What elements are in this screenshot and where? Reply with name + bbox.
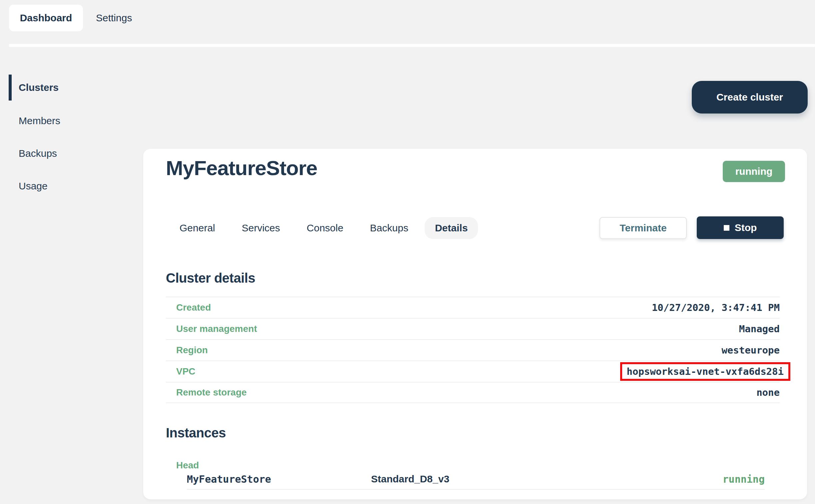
detail-label: VPC bbox=[166, 366, 195, 377]
vpc-value-highlight-box: hopsworksai-vnet-vxfa6ds28i bbox=[620, 362, 790, 381]
detail-value: Managed bbox=[739, 323, 780, 335]
sidebar-item-usage[interactable]: Usage bbox=[19, 180, 48, 192]
sidebar-item-backups[interactable]: Backups bbox=[19, 148, 57, 159]
create-cluster-button[interactable]: Create cluster bbox=[692, 81, 808, 114]
detail-row-created: Created 10/27/2020, 3:47:41 PM bbox=[166, 297, 780, 318]
detail-label: Created bbox=[166, 302, 211, 313]
detail-label: Region bbox=[166, 345, 208, 356]
header-divider bbox=[9, 44, 815, 47]
stop-button[interactable]: Stop bbox=[697, 216, 784, 239]
detail-value: westeurope bbox=[721, 345, 780, 356]
tab-details[interactable]: Details bbox=[425, 217, 478, 239]
tab-general[interactable]: General bbox=[169, 217, 225, 239]
nav-tab-settings[interactable]: Settings bbox=[96, 5, 132, 31]
stop-square-icon bbox=[724, 225, 729, 231]
sidebar-active-indicator bbox=[9, 75, 12, 101]
instance-type: Standard_D8_v3 bbox=[371, 473, 449, 485]
cluster-status-badge: running bbox=[723, 161, 785, 182]
detail-row-remote-storage: Remote storage none bbox=[166, 382, 780, 403]
cluster-details-heading: Cluster details bbox=[166, 271, 255, 286]
cluster-detail-card: MyFeatureStore running General Services … bbox=[143, 149, 807, 499]
cluster-details-table: Created 10/27/2020, 3:47:41 PM User mana… bbox=[166, 297, 780, 403]
terminate-button[interactable]: Terminate bbox=[600, 217, 687, 239]
instance-name: MyFeatureStore bbox=[187, 473, 271, 485]
nav-tab-dashboard[interactable]: Dashboard bbox=[9, 5, 83, 31]
detail-row-region: Region westeurope bbox=[166, 339, 780, 361]
tab-console[interactable]: Console bbox=[296, 217, 354, 239]
detail-value: 10/27/2020, 3:47:41 PM bbox=[652, 302, 780, 313]
instance-group-label: Head bbox=[176, 460, 199, 471]
detail-value: none bbox=[756, 387, 780, 398]
sidebar-item-members[interactable]: Members bbox=[19, 115, 60, 126]
stop-button-label: Stop bbox=[735, 222, 757, 233]
instance-status: running bbox=[723, 473, 765, 485]
detail-label: Remote storage bbox=[166, 387, 247, 398]
cluster-name-title: MyFeatureStore bbox=[166, 156, 317, 180]
detail-label: User management bbox=[166, 324, 257, 334]
tab-backups[interactable]: Backups bbox=[360, 217, 419, 239]
cluster-tabs: General Services Console Backups Details bbox=[169, 217, 478, 239]
detail-row-vpc: VPC hopsworksai-vnet-vxfa6ds28i bbox=[166, 361, 780, 382]
instance-row: MyFeatureStore Standard_D8_v3 running bbox=[187, 473, 765, 490]
instances-heading: Instances bbox=[166, 425, 226, 440]
tab-services[interactable]: Services bbox=[231, 217, 290, 239]
sidebar-item-clusters[interactable]: Clusters bbox=[19, 75, 59, 101]
detail-row-user-management: User management Managed bbox=[166, 318, 780, 339]
